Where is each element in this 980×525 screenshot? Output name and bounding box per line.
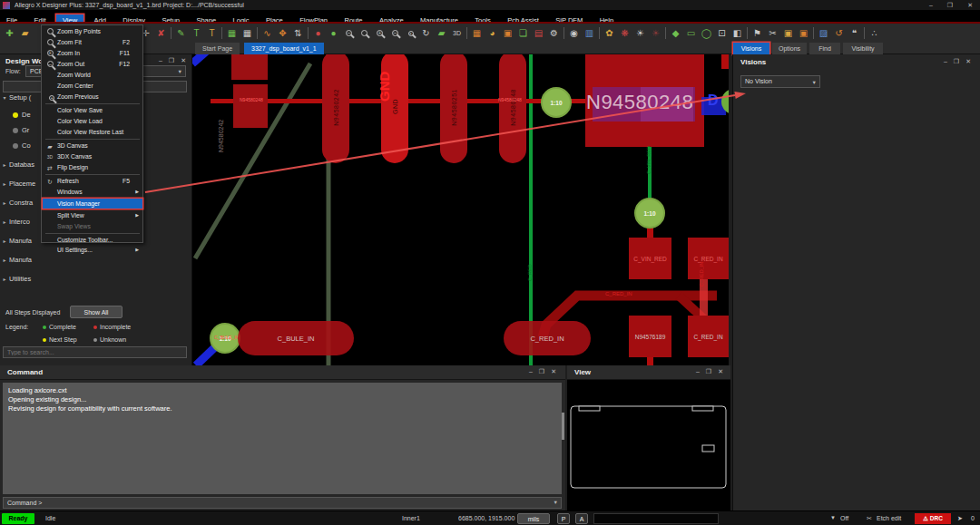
pcb-square-pad[interactable]: C_RED_IN <box>688 316 729 357</box>
pcb-square-pad[interactable]: N94576189 <box>629 316 671 357</box>
palette-icon[interactable]: ❋ <box>617 25 632 40</box>
pcb-square-pad[interactable]: C_RED_IN <box>688 238 729 279</box>
menu-item-zoom-fit[interactable]: Zoom FitF2 <box>43 37 142 47</box>
tab-visions[interactable]: Visions <box>733 43 769 54</box>
search-input[interactable] <box>3 346 187 358</box>
new-drawing-icon[interactable]: ✚ <box>2 25 17 40</box>
panel-close-icon[interactable]: ✕ <box>718 368 723 374</box>
window-minimize-button[interactable]: – <box>929 0 933 10</box>
info-doc-icon[interactable]: ▥ <box>582 25 597 40</box>
3d-label-icon[interactable]: 3D <box>449 25 465 40</box>
chart-icon[interactable]: ▨ <box>816 25 831 40</box>
panel-close-icon[interactable]: ✕ <box>965 58 971 64</box>
shove-on-icon[interactable]: ● <box>326 25 341 40</box>
grid-icon[interactable]: ▦ <box>469 25 485 40</box>
component-select-icon[interactable]: ▦ <box>240 25 255 40</box>
menu-item-color-view-restore[interactable]: Color View Restore Last <box>43 127 142 137</box>
tab-start-page[interactable]: Start Page <box>195 43 240 54</box>
refresh-icon[interactable]: ↻ <box>418 25 434 40</box>
panel-close-icon[interactable]: ✕ <box>181 57 186 63</box>
zoom-find-icon[interactable] <box>357 25 372 40</box>
tree-item-utilities[interactable]: ▸Utilities <box>0 274 192 285</box>
panel-minimize-icon[interactable]: – <box>696 368 700 374</box>
component-add-icon[interactable]: ▦ <box>224 25 240 40</box>
color-wheel-icon[interactable]: ◕ <box>485 25 500 40</box>
circle-add-icon[interactable]: ◯ <box>699 25 714 40</box>
lamp-icon[interactable]: ✿ <box>602 25 617 40</box>
eye-icon[interactable]: ◉ <box>566 25 582 40</box>
menu-item-zoom-center[interactable]: Zoom Center <box>43 81 142 91</box>
vision-select-dropdown[interactable]: No Vision ▼ <box>740 75 820 88</box>
board-overview[interactable] <box>567 380 730 510</box>
panel-minimize-icon[interactable]: – <box>944 58 947 64</box>
units-button[interactable]: mils <box>517 513 550 524</box>
camera-settings-icon[interactable]: ▣ <box>780 25 796 40</box>
menu-item-customize-toolbar[interactable]: Customize Toolbar... <box>43 235 142 245</box>
window-maximize-button[interactable]: ❐ <box>947 0 953 10</box>
menu-item-zoom-by-points[interactable]: Zoom By Points <box>43 26 142 36</box>
drc-status-badge[interactable]: ⚠ DRC <box>915 513 951 524</box>
flag-route-icon[interactable]: ⚑ <box>750 25 765 40</box>
3d-canvas-icon[interactable]: ▰ <box>434 25 449 40</box>
zoom-minus-icon[interactable] <box>341 25 357 40</box>
panel-float-icon[interactable]: ❐ <box>954 58 959 64</box>
text-edit-icon[interactable]: T <box>204 25 220 40</box>
pcb-pad-oval[interactable]: N94580242 <box>322 54 349 163</box>
p-toggle-button[interactable]: P <box>557 513 570 524</box>
menu-item-color-view-load[interactable]: Color View Load <box>43 116 142 126</box>
menu-item-zoom-previous[interactable]: Zoom Previous <box>43 92 142 102</box>
pcb-pad-oval[interactable]: N94580248 <box>499 54 526 163</box>
command-prompt-input[interactable]: Command > ▼ <box>3 497 562 509</box>
tab-board-document[interactable]: 3327_dsp_board_v1_1 <box>244 43 324 54</box>
panel-float-icon[interactable]: ❐ <box>706 368 711 374</box>
text-add-icon[interactable]: T <box>189 25 204 40</box>
chevron-down-icon[interactable]: ▼ <box>554 498 558 508</box>
a-toggle-button[interactable]: A <box>575 513 588 524</box>
splitter-handle[interactable] <box>562 413 564 440</box>
tab-find[interactable]: Find <box>809 43 840 54</box>
brightness-on-icon[interactable]: ☀ <box>632 25 648 40</box>
filter-funnel-icon[interactable]: ▼ <box>830 515 836 520</box>
rect-add-icon[interactable]: ▭ <box>683 25 699 40</box>
tab-visibility[interactable]: Visibility <box>843 43 883 54</box>
menu-item-3d-canvas[interactable]: ▰3D Canvas <box>43 141 142 151</box>
report-icon[interactable]: ▤ <box>531 25 546 40</box>
comment-icon[interactable]: ❝ <box>847 25 862 40</box>
zoom-out-icon[interactable] <box>387 25 403 40</box>
window-close-button[interactable]: ✕ <box>967 0 973 10</box>
select-shape-icon[interactable]: ⊡ <box>714 25 730 40</box>
panel-minimize-icon[interactable]: – <box>159 57 162 63</box>
pcb-net-oval[interactable]: C_BULE_IN <box>238 321 354 355</box>
zoom-previous-icon[interactable] <box>403 25 418 40</box>
via-icon[interactable]: ⇅ <box>290 25 306 40</box>
show-all-button[interactable]: Show All <box>70 306 122 318</box>
panel-float-icon[interactable]: ❐ <box>169 57 174 63</box>
grab-icon[interactable]: ✥ <box>275 25 290 40</box>
pcb-pad-oval[interactable]: N94580251 <box>440 54 467 163</box>
pcb-square-pad[interactable]: C_VIN_RED <box>629 238 671 279</box>
contrast-icon[interactable]: ◧ <box>730 25 745 40</box>
menu-item-zoom-world[interactable]: Zoom World <box>43 70 142 80</box>
cut-route-icon[interactable]: ✂ <box>765 25 780 40</box>
command-log[interactable]: Loading axlcore.cxt Opening existing des… <box>3 383 562 494</box>
share-icon[interactable]: ∴ <box>867 25 882 40</box>
menu-item-zoom-in[interactable]: Zoom InF11 <box>43 48 142 58</box>
zoom-in-icon[interactable] <box>372 25 387 40</box>
menu-item-zoom-out[interactable]: Zoom OutF12 <box>43 59 142 69</box>
menu-item-refresh[interactable]: ↻RefreshF5 <box>43 176 142 186</box>
menu-item-windows[interactable]: Windows▶ <box>43 187 142 197</box>
pcb-pad[interactable] <box>233 84 268 128</box>
route-icon[interactable]: ∿ <box>260 25 275 40</box>
menu-item-split-view[interactable]: Split View▶ <box>43 210 142 220</box>
brightness-off-icon[interactable]: ☀ <box>648 25 663 40</box>
menu-item-vision-manager[interactable]: Vision Manager <box>43 199 142 209</box>
settings-icon[interactable]: ⚙ <box>546 25 562 40</box>
pcb-canvas[interactable]: N94580242 N94580242 GND N94580251 N94580… <box>192 54 729 365</box>
shove-off-icon[interactable]: ● <box>310 25 326 40</box>
unpin-icon[interactable]: ✘ <box>153 25 169 40</box>
menu-item-ui-settings[interactable]: UI Settings...▶ <box>43 246 142 254</box>
menu-item-color-view-save[interactable]: Color View Save <box>43 105 142 115</box>
pcb-pad[interactable] <box>231 54 268 80</box>
copy-view-icon[interactable]: ▣ <box>500 25 515 40</box>
panel-minimize-icon[interactable]: – <box>529 368 533 374</box>
